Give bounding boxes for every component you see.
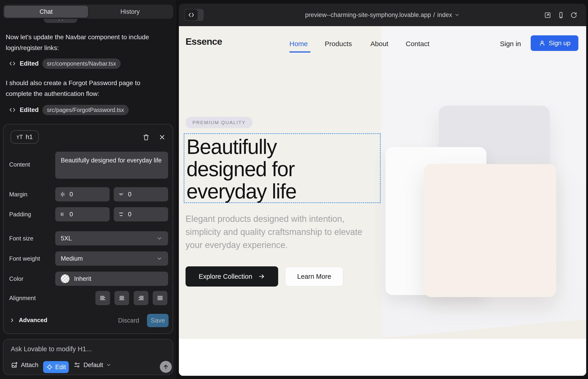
chat-sidebar: Chat History Now let's update the Navbar… [0,0,176,379]
default-mode-button[interactable]: Default [73,361,111,369]
open-in-new-tab-button[interactable] [544,12,551,19]
sign-in-link[interactable]: Sign in [500,40,521,48]
hero-description: Elegant products designed with intention… [186,212,371,252]
composer-placeholder[interactable]: Ask Lovable to modify H1... [11,345,92,353]
margin-y-input[interactable]: 0 [114,187,168,201]
content-label: Content [9,161,30,168]
align-center-icon [118,295,125,301]
hero-section: Essence Home Products About Contact Sign… [179,26,586,339]
discard-button[interactable]: Discard [118,317,139,324]
padding-horizontal-icon [59,211,66,218]
attach-label: Attach [21,362,39,369]
sidebar-tabs: Chat History [3,5,173,19]
close-editor-button[interactable] [157,133,167,142]
site-logo[interactable]: Essence [186,36,222,47]
selected-element-tag[interactable]: тT h1 [11,130,39,144]
nav-link-home[interactable]: Home [289,40,308,48]
align-left-icon [99,295,106,301]
edited-file-row: Edited src/components/Navbar.tsx [9,58,121,69]
heading-line: everyday life [186,180,296,203]
learn-more-button[interactable]: Learn More [285,267,343,286]
font-weight-value: Medium [61,255,83,262]
tab-chat[interactable]: Chat [4,6,88,18]
chevron-right-icon [9,317,15,323]
section-below-hero [179,339,586,376]
align-right-button[interactable] [134,291,148,305]
sliders-icon [73,361,81,369]
edited-file-row: Edited src/pages/ForgotPassword.tsx [9,105,129,115]
nav-link-contact[interactable]: Contact [406,40,429,48]
file-chip[interactable]: src/components/Navbar.tsx [42,59,121,69]
chevron-down-icon [106,362,111,368]
element-editor-panel: тT h1 Content Beautifully designed for e… [3,124,173,334]
save-button[interactable]: Save [147,314,169,327]
margin-x-input[interactable]: 0 [55,187,110,201]
sign-up-button[interactable]: Sign up [531,35,578,51]
trash-icon [142,134,150,141]
font-size-value: 5XL [61,235,72,242]
nav-link-about[interactable]: About [370,40,388,48]
edited-label: Edited [20,107,39,113]
chat-composer[interactable]: Ask Lovable to modify H1... Attach Edit … [3,339,173,375]
hero-heading[interactable]: Beautifully designed for everyday life [186,136,296,203]
align-center-button[interactable] [114,291,129,305]
decor-card-beige [424,164,556,297]
chevron-down-icon [156,235,163,242]
font-size-select[interactable]: 5XL [55,231,168,245]
active-nav-underline [289,51,310,52]
nav-link-products[interactable]: Products [325,40,352,48]
align-right-icon [138,295,144,301]
color-select[interactable]: Inherit [55,272,168,286]
heading-line: Beautifully [186,136,296,158]
padding-x-input[interactable]: 0 [55,207,110,221]
url-separator: / [433,12,435,19]
alignment-label: Alignment [9,295,36,302]
padding-label: Padding [9,211,31,218]
code-icon [9,60,16,67]
tab-history[interactable]: History [88,6,172,18]
padding-vertical-icon [118,211,124,218]
arrow-up-icon [162,363,169,370]
site-viewport: Essence Home Products About Contact Sign… [179,26,586,376]
default-label: Default [83,362,103,369]
align-justify-icon [157,295,164,301]
color-label: Color [9,275,23,283]
refresh-button[interactable] [570,12,577,19]
chat-message: Now let's update the Navbar component to… [6,32,162,53]
attach-image-icon [11,361,18,369]
delete-element-button[interactable] [141,133,151,142]
align-justify-button[interactable] [153,291,167,305]
advanced-label: Advanced [19,316,47,324]
edit-label: Edit [55,364,66,371]
heading-line: designed for [186,158,296,180]
chevron-down-icon [454,12,460,18]
code-icon [9,106,16,113]
margin-x-value: 0 [69,191,73,198]
sign-up-label: Sign up [549,39,571,47]
element-tag-label: h1 [26,133,33,141]
typography-icon: тT [16,134,23,141]
explore-collection-label: Explore Collection [199,273,252,280]
margin-label: Margin [9,191,27,198]
attach-button[interactable]: Attach [11,361,39,369]
send-button[interactable] [160,361,172,373]
user-icon [539,40,546,47]
mobile-preview-button[interactable] [557,12,565,19]
padding-y-input[interactable]: 0 [114,207,168,221]
margin-vertical-icon [118,191,124,198]
chevron-down-icon [156,255,163,262]
crosshair-icon [46,364,53,371]
explore-collection-button[interactable]: Explore Collection [186,266,278,286]
edit-mode-button[interactable]: Edit [43,361,69,373]
advanced-toggle[interactable]: Advanced [9,316,47,324]
margin-horizontal-icon [59,191,66,198]
padding-y-value: 0 [128,211,131,218]
edited-label: Edited [20,60,39,67]
file-chip[interactable]: src/pages/ForgotPassword.tsx [42,105,129,115]
content-input[interactable]: Beautifully designed for everyday life [55,152,168,179]
align-left-button[interactable] [95,291,110,305]
url-bar[interactable]: preview--charming-site-symphony.lovable.… [179,4,586,26]
font-weight-label: Font weight [9,255,40,262]
font-weight-select[interactable]: Medium [55,252,168,266]
font-size-label: Font size [9,235,33,242]
